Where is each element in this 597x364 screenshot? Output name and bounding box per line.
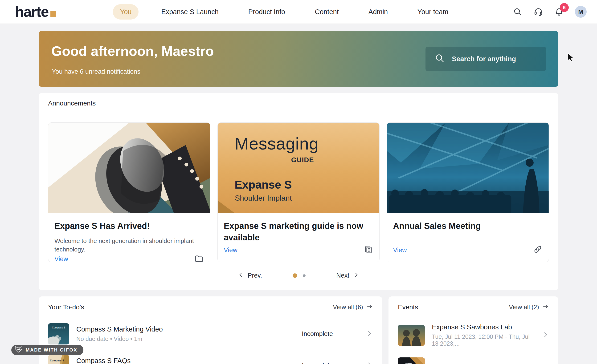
todo-thumbnail-faqs: Compass S [48, 355, 69, 364]
todo-status-badge: Incomplete [302, 330, 333, 338]
arrow-right-icon [366, 303, 373, 311]
announcement-cards: Expanse S Has Arrived! Welcome to the ne… [39, 114, 558, 262]
topbar-actions: 6 M [513, 6, 587, 18]
event-title: Expanse S Cadaver Lab [432, 363, 535, 364]
todos-view-all-label: View all (6) [333, 303, 363, 311]
events-panel: Events View all (2) [388, 296, 558, 364]
announcement-image-sales-meeting [387, 123, 549, 213]
next-label: Next [336, 272, 349, 279]
events-title: Events [398, 303, 418, 311]
guide-product-sub-text: Shoulder Implant [235, 194, 292, 202]
todo-item-faqs[interactable]: Compass S Compass S FAQs No due date Inc… [39, 350, 382, 364]
chevron-right-icon [353, 272, 359, 279]
todo-item-marketing-video[interactable]: Compass S Compass S Marketing Video No d… [39, 318, 382, 350]
announcement-card-body: Expanse S marketing guide is now availab… [218, 213, 379, 262]
announcements-title: Announcements [48, 100, 96, 107]
user-avatar[interactable]: M [575, 6, 587, 18]
todo-title: Compass S Marketing Video [76, 325, 295, 333]
todo-meta: No due date • Video • 1m [76, 335, 295, 342]
announcement-card-annual-sales-meeting: Annual Sales Meeting View [387, 123, 549, 262]
guide-corner-triangle [218, 200, 236, 213]
prev-button[interactable]: Prev. [238, 272, 262, 279]
folder-icon [194, 254, 204, 262]
main-nav: You Expanse S Launch Product Info Conten… [56, 4, 513, 20]
search-icon[interactable] [513, 7, 523, 17]
announcement-title-text: Annual Sales Meeting [393, 220, 542, 232]
event-item-cadaver-lab[interactable]: Expanse S Cadaver Lab [388, 352, 558, 364]
brand-logo-text: harte [15, 4, 48, 19]
todo-thumb-label: Compass S [52, 326, 65, 329]
conference-artwork [387, 123, 549, 213]
nav-item-product-info[interactable]: Product Info [241, 4, 292, 20]
hero-banner: Good afternoon, Maestro You have 6 unrea… [39, 31, 558, 87]
notifications-bell-icon[interactable]: 6 [554, 7, 564, 17]
announcement-image-messaging-guide: Messaging GUIDE Expanse S Shoulder Impla… [218, 123, 379, 213]
guide-product-text: Expanse S [235, 178, 292, 191]
nav-item-you[interactable]: You [113, 4, 139, 20]
announcement-title-text: Expanse S Has Arrived! [55, 220, 204, 232]
events-view-all-label: View all (2) [509, 303, 539, 311]
announcement-card-marketing-guide: Messaging GUIDE Expanse S Shoulder Impla… [218, 123, 380, 262]
guide-rule [218, 160, 288, 160]
pagination-dot-active[interactable] [293, 273, 297, 278]
todos-view-all-link[interactable]: View all (6) [333, 303, 373, 311]
event-date: Tue, Jul 11 2023, 12:00 PM - Thu, Jul 13… [432, 333, 535, 347]
todo-title: Compass S FAQs [76, 357, 295, 364]
nav-item-admin[interactable]: Admin [361, 4, 395, 20]
nav-item-content[interactable]: Content [308, 4, 346, 20]
event-thumbnail-cadaver [398, 357, 425, 364]
pagination-dot[interactable] [303, 274, 306, 277]
event-thumbnail-sawbones [398, 325, 425, 346]
hero-search-input[interactable]: Search for anything [425, 46, 546, 71]
chevron-right-icon[interactable] [366, 330, 373, 338]
event-item-sawbones-lab[interactable]: Expanse S Sawbones Lab Tue, Jul 11 2023,… [388, 318, 558, 352]
todo-thumb-label: Compass S [50, 359, 64, 362]
hero-search-icon [434, 53, 445, 65]
pagination-dots [293, 273, 306, 278]
chevron-left-icon [238, 272, 244, 279]
notification-count-badge: 6 [560, 3, 569, 12]
announcement-image-implant [48, 123, 210, 213]
top-navigation-bar: harte You Expanse S Launch Product Info … [0, 0, 597, 24]
announcements-pagination: Prev. Next [39, 262, 558, 290]
link-icon [533, 245, 542, 256]
nav-item-your-team[interactable]: Your team [410, 4, 456, 20]
events-view-all-link[interactable]: View all (2) [509, 303, 549, 311]
prev-label: Prev. [248, 272, 262, 279]
announcement-card-body: Expanse S Has Arrived! Welcome to the ne… [48, 213, 210, 262]
support-headset-icon[interactable] [533, 7, 543, 17]
made-with-gifox-badge[interactable]: MADE WITH GIFOX [11, 345, 83, 355]
bottom-row: Your To-do's View all (6) Com [39, 296, 558, 364]
next-button[interactable]: Next [336, 272, 359, 279]
chevron-right-icon[interactable] [366, 361, 373, 364]
announcement-card-expanse-arrived: Expanse S Has Arrived! Welcome to the ne… [48, 123, 210, 262]
announcements-header: Announcements [39, 93, 558, 114]
hero-search-placeholder: Search for anything [452, 55, 516, 63]
chevron-right-icon[interactable] [542, 331, 549, 339]
todos-panel: Your To-do's View all (6) Com [39, 296, 382, 364]
mouse-cursor [567, 53, 576, 63]
todo-status-badge: Incomplete [302, 362, 333, 364]
todos-title: Your To-do's [48, 303, 84, 311]
nav-item-expanse-s-launch[interactable]: Expanse S Launch [154, 4, 226, 20]
announcement-view-link[interactable]: View [55, 256, 68, 262]
messaging-guide-artwork: Messaging GUIDE Expanse S Shoulder Impla… [218, 123, 379, 213]
guide-heading-text: Messaging [235, 134, 319, 153]
announcement-title-text: Expanse S marketing guide is now availab… [224, 220, 373, 243]
hero-subtitle: You have 6 unread notifications [52, 68, 141, 75]
gifox-badge-label: MADE WITH GIFOX [26, 347, 77, 353]
todo-thumbnail-video: Compass S [48, 323, 69, 344]
brand-logo[interactable]: harte [15, 4, 56, 19]
guide-badge-text: GUIDE [291, 156, 314, 164]
fox-icon [15, 346, 23, 354]
event-title: Expanse S Sawbones Lab [432, 323, 535, 331]
brand-logo-dot [50, 11, 56, 17]
announcement-view-link[interactable]: View [393, 247, 407, 254]
announcement-view-link[interactable]: View [224, 247, 237, 254]
documents-icon [363, 245, 373, 256]
hero-greeting: Good afternoon, Maestro [51, 43, 214, 59]
arrow-right-icon [542, 303, 549, 311]
announcement-card-body: Annual Sales Meeting View [387, 213, 549, 262]
implant-artwork [48, 123, 210, 213]
announcements-panel: Announcements [39, 93, 558, 290]
